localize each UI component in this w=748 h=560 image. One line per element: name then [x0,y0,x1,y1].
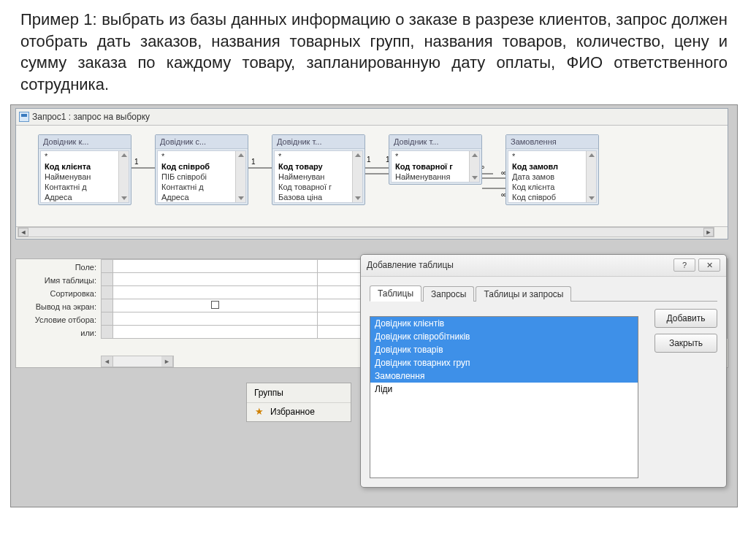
label-field: Поле: [16,261,101,274]
scroll-right-icon[interactable]: ► [703,228,714,237]
field[interactable]: Найменування [392,172,479,182]
query-design-window: Запрос1 : запрос на выборку 1 1 1 1 ∞ ∞ … [15,108,728,239]
label-table: Имя таблицы: [16,274,101,287]
label-show: Вывод на экран: [16,300,101,313]
query-titlebar: Запрос1 : запрос на выборку [16,109,728,125]
field[interactable]: Дата замов [508,172,596,182]
tables-listbox[interactable]: Довідник клієнтів Довідник співробітникі… [370,316,638,478]
table-box-clients[interactable]: Довідник к... * Код клієнта Найменуван К… [38,134,131,205]
pk-field[interactable]: Код замовл [508,161,596,172]
pk-field[interactable]: Код товарної г [392,161,479,172]
field[interactable]: Найменуван [41,172,129,182]
table-title: Довідник т... [272,135,365,149]
svg-text:1: 1 [367,156,371,164]
relationship-diagram[interactable]: 1 1 1 1 ∞ ∞ ∞ Довідник к... * Код клієнт… [16,125,728,227]
table-title: Замовлення [506,135,598,149]
add-table-dialog: Добавление таблицы ? ✕ Таблицы Запросы Т… [360,254,727,488]
access-window-frame: Запрос1 : запрос на выборку 1 1 1 1 ∞ ∞ … [10,104,738,507]
table-title: Довідник с... [156,135,248,149]
asterisk-field[interactable]: * [158,151,245,161]
tab-queries[interactable]: Запросы [423,286,474,302]
pk-field[interactable]: Код співроб [158,161,245,172]
favorites-label: Избранное [270,402,315,421]
horizontal-scrollbar[interactable]: ◄ ► [18,227,714,237]
scrollbar[interactable] [118,151,129,202]
field[interactable]: Код товарної г [275,182,362,192]
list-item[interactable]: Довідник співробітників [370,330,638,343]
asterisk-field[interactable]: * [41,151,129,161]
nav-groups-panel: Группы ★ Избранное [246,383,351,422]
query-title: Запрос1 : запрос на выборку [32,109,150,125]
field[interactable]: Адреса [41,192,129,202]
help-button[interactable]: ? [673,258,695,272]
label-or: или: [16,326,101,340]
label-sort: Сортировка: [16,287,101,300]
list-item[interactable]: Замовлення [370,369,638,383]
table-box-product-groups[interactable]: Довідник т... * Код товарної г Найменува… [389,134,482,185]
scroll-left-icon[interactable]: ◄ [102,356,113,367]
label-criteria: Условие отбора: [16,313,101,326]
field[interactable]: Контактні д [41,182,129,192]
list-item[interactable]: Довідник товарів [370,343,638,356]
scrollbar[interactable] [235,151,245,202]
field[interactable]: Адреса [158,192,245,202]
scrollbar[interactable] [469,151,479,182]
pk-field[interactable]: Код клієнта [41,161,129,172]
field[interactable]: Контактні д [158,182,245,192]
tab-both[interactable]: Таблицы и запросы [476,286,571,302]
svg-text:1: 1 [134,158,139,166]
show-checkbox[interactable] [211,301,219,309]
tab-tables[interactable]: Таблицы [370,285,421,302]
scroll-right-icon[interactable]: ► [161,356,173,367]
star-icon: ★ [254,407,264,417]
list-item[interactable]: Довідник товарних груп [370,356,638,369]
dialog-titlebar[interactable]: Добавление таблицы ? ✕ [361,255,726,277]
add-button[interactable]: Добавить [654,309,717,328]
close-button[interactable]: Закрыть [654,334,717,353]
field[interactable]: Код співроб [508,192,596,202]
asterisk-field[interactable]: * [392,151,479,161]
table-title: Довідник к... [39,135,131,149]
field[interactable]: ПІБ співробі [158,172,245,182]
grid-horizontal-scrollbar[interactable]: ◄ ► [101,356,174,367]
table-box-orders[interactable]: Замовлення * Код замовл Дата замов Код к… [505,134,599,205]
dialog-title-text: Добавление таблицы [367,260,454,270]
close-icon[interactable]: ✕ [698,258,720,272]
list-item[interactable]: Довідник клієнтів [370,317,638,330]
query-icon [19,112,29,122]
field[interactable]: Найменуван [275,172,362,182]
field[interactable]: Базова ціна [275,192,362,202]
groups-label: Группы [254,383,283,402]
svg-text:1: 1 [251,158,256,166]
asterisk-field[interactable]: * [508,151,596,161]
dialog-tabs: Таблицы Запросы Таблицы и запросы [370,284,717,302]
grid-row-labels: Поле: Имя таблицы: Сортировка: Вывод на … [16,261,101,340]
pk-field[interactable]: Код товару [275,161,362,172]
field[interactable]: Код клієнта [508,182,596,192]
nav-favorites-row[interactable]: ★ Избранное [247,402,351,421]
scrollbar[interactable] [586,151,596,202]
table-title: Довідник т... [389,135,481,149]
scroll-left-icon[interactable]: ◄ [18,228,28,237]
task-description: Пример 1: выбрать из базы данных информа… [0,0,748,104]
table-box-products[interactable]: Довідник т... * Код товару Найменуван Ко… [272,134,365,205]
scrollbar[interactable] [352,151,362,202]
nav-groups-row[interactable]: Группы [247,383,351,402]
asterisk-field[interactable]: * [275,151,362,161]
list-item[interactable]: Ліди [370,383,638,396]
table-box-employees[interactable]: Довідник с... * Код співроб ПІБ співробі… [155,134,248,205]
